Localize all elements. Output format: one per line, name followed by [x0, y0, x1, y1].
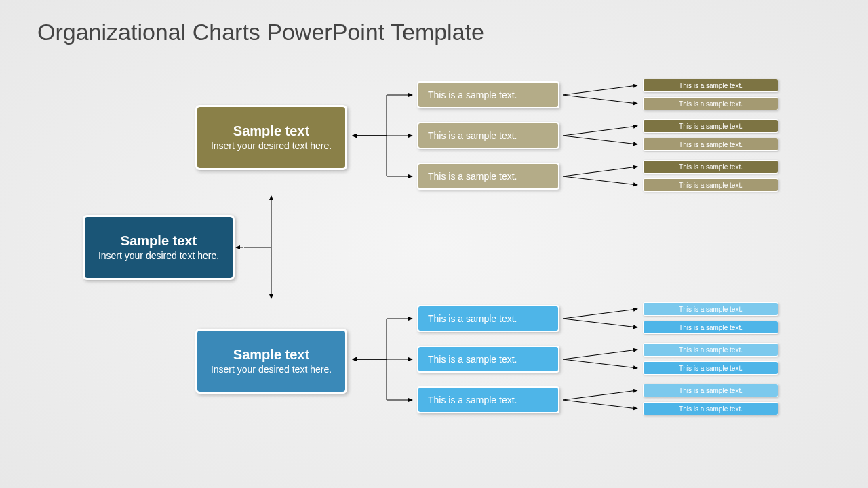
leaf-node: This is a sample text.	[643, 361, 778, 375]
branch-top-sub: Insert your desired text here.	[211, 140, 332, 152]
root-title: Sample text	[121, 233, 197, 249]
root-node: Sample text Insert your desired text her…	[83, 215, 235, 280]
leaf-node: This is a sample text.	[643, 178, 778, 192]
branch-bot-title: Sample text	[233, 347, 309, 363]
leaf-node: This is a sample text.	[643, 160, 778, 174]
root-sub: Insert your desired text here.	[98, 250, 219, 262]
mid-node: This is a sample text.	[417, 305, 559, 332]
leaf-node: This is a sample text.	[643, 343, 778, 357]
leaf-node: This is a sample text.	[643, 302, 778, 316]
mid-node: This is a sample text.	[417, 81, 559, 108]
leaf-node: This is a sample text.	[643, 402, 778, 415]
mid-node: This is a sample text.	[417, 163, 559, 190]
branch-top: Sample text Insert your desired text her…	[195, 105, 347, 170]
leaf-node: This is a sample text.	[643, 321, 778, 334]
slide-title: Organizational Charts PowerPoint Templat…	[37, 19, 484, 45]
leaf-node: This is a sample text.	[643, 97, 778, 110]
branch-bot-sub: Insert your desired text here.	[211, 364, 332, 375]
mid-node: This is a sample text.	[417, 122, 559, 149]
leaf-node: This is a sample text.	[643, 119, 778, 133]
leaf-node: This is a sample text.	[643, 79, 778, 92]
leaf-node: This is a sample text.	[643, 138, 778, 151]
branch-top-title: Sample text	[233, 123, 309, 139]
branch-bot: Sample text Insert your desired text her…	[195, 329, 347, 394]
mid-node: This is a sample text.	[417, 386, 559, 413]
mid-node: This is a sample text.	[417, 346, 559, 373]
leaf-node: This is a sample text.	[643, 384, 778, 397]
